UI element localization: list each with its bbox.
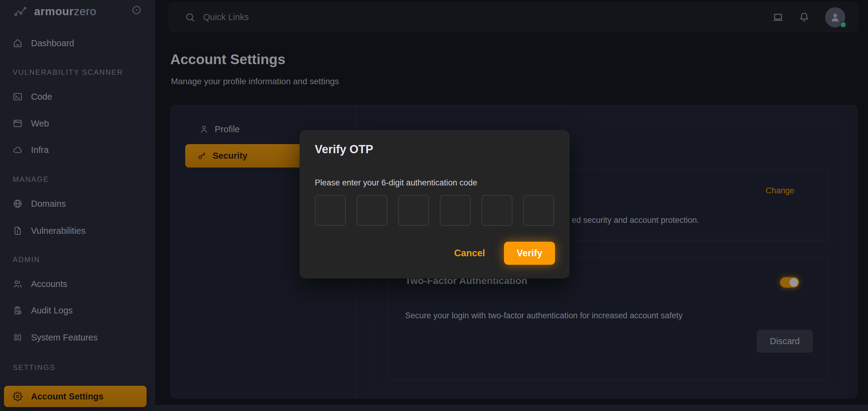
otp-input-group (315, 195, 554, 226)
verify-button[interactable]: Verify (504, 242, 555, 265)
modal-title: Verify OTP (315, 143, 373, 156)
otp-input-3[interactable] (398, 195, 429, 226)
otp-input-2[interactable] (356, 195, 388, 226)
otp-input-6[interactable] (523, 195, 554, 226)
otp-input-4[interactable] (440, 195, 471, 226)
verify-otp-modal: Verify OTP Please enter your 6-digit aut… (300, 130, 570, 279)
otp-input-5[interactable] (482, 195, 513, 226)
otp-input-1[interactable] (315, 195, 346, 226)
modal-footer: Cancel Verify (454, 242, 555, 265)
cancel-button[interactable]: Cancel (454, 248, 485, 259)
modal-instruction: Please enter your 6-digit authentication… (315, 178, 477, 188)
app-root: armourzero Dashboard VULNERABILITY SCANN… (0, 0, 868, 411)
